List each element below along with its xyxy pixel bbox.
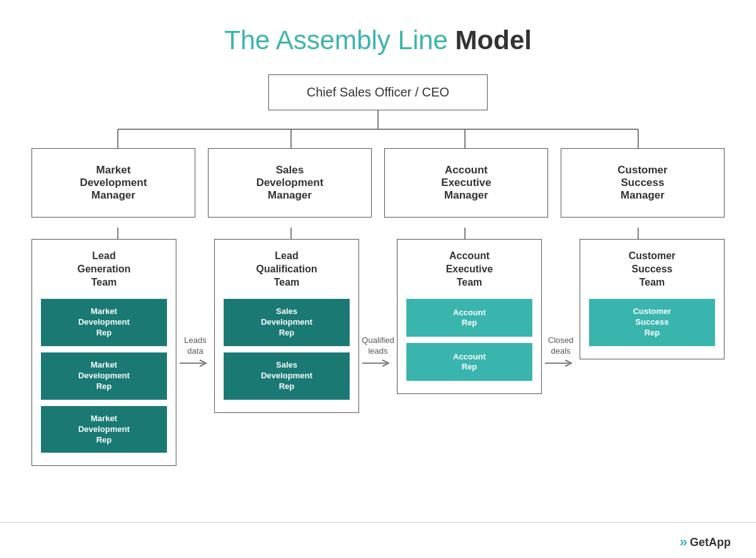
page-title: The Assembly Line Model bbox=[224, 25, 532, 55]
rep-box-0-0: MarketDevelopmentRep bbox=[41, 299, 167, 346]
arrow-svg-1 bbox=[362, 357, 394, 369]
team-box-0: LeadGenerationTeam MarketDevelopmentRep … bbox=[32, 239, 176, 466]
brand-chevrons: » bbox=[680, 534, 687, 550]
rep-box-0-1: MarketDevelopmentRep bbox=[41, 352, 167, 400]
rep-box-1-1: SalesDevelopmentRep bbox=[224, 352, 350, 400]
manager-label-2: AccountExecutiveManager bbox=[441, 164, 491, 202]
team-box-1: LeadQualificationTeam SalesDevelopmentRe… bbox=[214, 239, 359, 413]
team-label-0: LeadGenerationTeam bbox=[41, 250, 167, 289]
arrow-col-1: Qualifiedleads bbox=[359, 239, 397, 466]
manager-box-2: AccountExecutiveManager bbox=[384, 148, 548, 218]
arrow-label-2: Closeddeals bbox=[548, 335, 573, 357]
brand-name: GetApp bbox=[690, 536, 731, 549]
rep-box-1-0: SalesDevelopmentRep bbox=[224, 299, 350, 346]
brand-row: » GetApp bbox=[0, 529, 756, 558]
rep-box-0-2: MarketDevelopmentRep bbox=[41, 406, 167, 453]
arrow-svg-2 bbox=[545, 357, 576, 369]
team-box-3: CustomerSuccessTeam CustomerSuccessRep bbox=[580, 239, 724, 359]
arrow-label-0: Leadsdata bbox=[184, 335, 206, 357]
manager-col-3: CustomerSuccessManager bbox=[561, 148, 724, 218]
ceo-connectors-svg bbox=[32, 110, 724, 148]
team-box-2: AccountExecutiveTeam AccountRep AccountR… bbox=[397, 239, 542, 394]
chart-wrapper: Chief Sales Officer / CEO MarketDevelopm… bbox=[32, 74, 724, 466]
arrow-svg-0 bbox=[180, 357, 211, 369]
arrow-label-1: Qualifiedleads bbox=[362, 335, 394, 357]
arrow-col-0: Leadsdata bbox=[176, 239, 214, 466]
ceo-row: Chief Sales Officer / CEO bbox=[32, 74, 724, 110]
rep-box-2-0: AccountRep bbox=[406, 299, 532, 337]
manager-col-0: MarketDevelopmentManager bbox=[32, 148, 195, 218]
team-col-2: AccountExecutiveTeam AccountRep AccountR… bbox=[397, 239, 542, 466]
rep-box-3-0: CustomerSuccessRep bbox=[589, 299, 715, 346]
manager-box-0: MarketDevelopmentManager bbox=[32, 148, 195, 218]
bottom-divider bbox=[0, 522, 756, 523]
manager-box-3: CustomerSuccessManager bbox=[561, 148, 724, 218]
manager-label-3: CustomerSuccessManager bbox=[617, 164, 667, 202]
rep-box-2-1: AccountRep bbox=[406, 343, 532, 381]
ceo-label: Chief Sales Officer / CEO bbox=[307, 85, 449, 99]
manager-box-1: SalesDevelopmentManager bbox=[208, 148, 372, 218]
manager-label-0: MarketDevelopmentManager bbox=[80, 164, 147, 202]
team-col-0: LeadGenerationTeam MarketDevelopmentRep … bbox=[32, 239, 176, 466]
team-label-3: CustomerSuccessTeam bbox=[589, 250, 715, 289]
team-col-3: CustomerSuccessTeam CustomerSuccessRep bbox=[580, 239, 724, 466]
team-label-2: AccountExecutiveTeam bbox=[406, 250, 532, 289]
team-col-1: LeadQualificationTeam SalesDevelopmentRe… bbox=[214, 239, 359, 466]
arrow-col-2: Closeddeals bbox=[542, 239, 580, 466]
manager-team-connectors bbox=[32, 228, 724, 239]
page-container: The Assembly Line Model Chief Sales Offi… bbox=[0, 0, 756, 558]
manager-col-1: SalesDevelopmentManager bbox=[208, 148, 372, 218]
title-area: The Assembly Line Model bbox=[224, 25, 532, 55]
title-part2: Model bbox=[455, 25, 532, 55]
managers-row: MarketDevelopmentManager SalesDevelopmen… bbox=[32, 148, 724, 218]
bottom-area: » GetApp bbox=[0, 522, 756, 559]
manager-label-1: SalesDevelopmentManager bbox=[256, 164, 324, 202]
title-part1: The Assembly Line bbox=[224, 25, 455, 55]
ceo-box: Chief Sales Officer / CEO bbox=[268, 74, 488, 110]
team-label-1: LeadQualificationTeam bbox=[224, 250, 350, 289]
teams-row: LeadGenerationTeam MarketDevelopmentRep … bbox=[32, 239, 724, 466]
manager-col-2: AccountExecutiveManager bbox=[384, 148, 548, 218]
